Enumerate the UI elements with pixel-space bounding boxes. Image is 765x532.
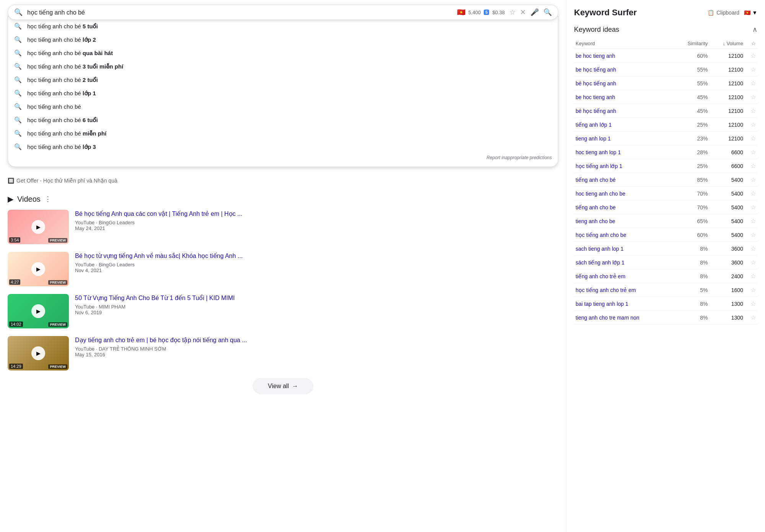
- video-title-2[interactable]: 50 Từ Vựng Tiếng Anh Cho Bé Từ 1 đến 5 T…: [75, 294, 235, 302]
- star-cell-12[interactable]: ☆: [745, 214, 757, 228]
- keyword-cell-1[interactable]: be học tiếng anh: [574, 63, 674, 77]
- star-cell-18[interactable]: ☆: [745, 297, 757, 311]
- ks-chevron: ▼: [752, 10, 757, 16]
- autocomplete-item-1[interactable]: 🔍 học tiếng anh cho bé lớp 2: [8, 33, 558, 46]
- keyword-cell-7[interactable]: hoc tieng anh lop 1: [574, 145, 674, 159]
- star-cell-9[interactable]: ☆: [745, 173, 757, 187]
- star-cell-2[interactable]: ☆: [745, 77, 757, 90]
- video-thumbnail-0[interactable]: ▶ 3:54 PREVIEW: [8, 210, 69, 244]
- star-cell-3[interactable]: ☆: [745, 90, 757, 104]
- keyword-surfer-header: Keyword Surfer 📋 Clipboard 🇻🇳 ▼: [574, 8, 757, 18]
- col-volume-header[interactable]: ↓ Volume: [710, 38, 745, 49]
- volume-cell-4: 12100: [710, 104, 745, 118]
- star-cell-17[interactable]: ☆: [745, 283, 757, 297]
- keyword-cell-9[interactable]: tiếng anh cho bé: [574, 173, 674, 187]
- view-all-label: View all: [268, 383, 289, 390]
- keyword-cell-15[interactable]: sách tiếng anh lớp 1: [574, 256, 674, 269]
- star-cell-7[interactable]: ☆: [745, 145, 757, 159]
- volume-cell-9: 5400: [710, 173, 745, 187]
- play-button-1[interactable]: ▶: [31, 262, 45, 276]
- ac-text-7: học tiếng anh cho bé 6 tuổi: [27, 117, 98, 124]
- play-button-3[interactable]: ▶: [31, 346, 45, 360]
- autocomplete-item-3[interactable]: 🔍 học tiếng anh cho bé 3 tuổi miễn phí: [8, 60, 558, 73]
- close-icon[interactable]: ✕: [520, 8, 526, 16]
- keyword-ideas-table: Keyword Similarity ↓ Volume ☆ be hoc tie…: [574, 38, 757, 325]
- mic-icon[interactable]: 🎤: [530, 8, 539, 16]
- autocomplete-item-8[interactable]: 🔍 học tiếng anh cho bé miễn phí: [8, 127, 558, 140]
- keyword-cell-4[interactable]: bé học tiếng anh: [574, 104, 674, 118]
- star-cell-14[interactable]: ☆: [745, 242, 757, 256]
- keyword-cell-12[interactable]: tieng anh cho be: [574, 214, 674, 228]
- star-cell-10[interactable]: ☆: [745, 187, 757, 201]
- star-cell-11[interactable]: ☆: [745, 201, 757, 214]
- star-cell-6[interactable]: ☆: [745, 132, 757, 145]
- ac-search-icon-7: 🔍: [14, 116, 22, 124]
- video-title-3[interactable]: Dạy tiếng anh cho trẻ em | bé học đọc tậ…: [75, 336, 247, 344]
- video-title-1[interactable]: Bé học từ vựng tiếng Anh về màu sắc| Khó…: [75, 252, 243, 260]
- search-input[interactable]: [27, 9, 453, 16]
- similarity-cell-3: 45%: [674, 90, 709, 104]
- search-icon-right[interactable]: 🔍: [543, 8, 552, 16]
- keyword-cell-5[interactable]: tiếng anh lớp 1: [574, 118, 674, 132]
- volume-cell-11: 5400: [710, 201, 745, 214]
- autocomplete-item-6[interactable]: 🔍 học tiếng anh cho bé: [8, 100, 558, 113]
- play-button-0[interactable]: ▶: [31, 220, 45, 234]
- keyword-cell-17[interactable]: học tiếng anh cho trẻ em: [574, 283, 674, 297]
- star-cell-8[interactable]: ☆: [745, 159, 757, 173]
- autocomplete-item-4[interactable]: 🔍 học tiếng anh cho bé 2 tuổi: [8, 73, 558, 86]
- volume-cell-18: 1300: [710, 297, 745, 311]
- star-cell-15[interactable]: ☆: [745, 256, 757, 269]
- autocomplete-item-2[interactable]: 🔍 học tiếng anh cho bé qua bài hát: [8, 46, 558, 60]
- autocomplete-item-0[interactable]: 🔍 học tiếng anh cho bé 5 tuổi: [8, 20, 558, 33]
- offer-icon: 🔲: [8, 178, 14, 184]
- keyword-cell-8[interactable]: học tiếng anh lớp 1: [574, 159, 674, 173]
- keyword-cell-18[interactable]: bai tap tieng anh lop 1: [574, 297, 674, 311]
- autocomplete-item-9[interactable]: 🔍 học tiếng anh cho bé lớp 3: [8, 140, 558, 153]
- clipboard-button[interactable]: 📋 Clipboard: [708, 10, 739, 16]
- keyword-cell-3[interactable]: be hoc tieng anh: [574, 90, 674, 104]
- keyword-cell-13[interactable]: học tiếng anh cho be: [574, 228, 674, 242]
- video-thumbnail-2[interactable]: ▶ 14:02 PREVIEW: [8, 294, 69, 328]
- star-cell-1[interactable]: ☆: [745, 63, 757, 77]
- ac-search-icon-8: 🔍: [14, 130, 22, 137]
- ac-text-0: học tiếng anh cho bé 5 tuổi: [27, 23, 98, 30]
- keyword-cell-6[interactable]: tieng anh lop 1: [574, 132, 674, 145]
- autocomplete-item-7[interactable]: 🔍 học tiếng anh cho bé 6 tuổi: [8, 113, 558, 127]
- star-cell-16[interactable]: ☆: [745, 269, 757, 283]
- star-cell-13[interactable]: ☆: [745, 228, 757, 242]
- star-cell-5[interactable]: ☆: [745, 118, 757, 132]
- keyword-row: học tiếng anh cho trẻ em 5% 1600 ☆: [574, 283, 757, 297]
- keyword-cell-10[interactable]: hoc tieng anh cho be: [574, 187, 674, 201]
- similarity-cell-11: 70%: [674, 201, 709, 214]
- star-cell-0[interactable]: ☆: [745, 49, 757, 63]
- video-source-3: YouTube · DAY TRẺ THÔNG MINH SỚM: [75, 346, 247, 352]
- country-selector[interactable]: 🇻🇳 ▼: [744, 10, 757, 16]
- videos-menu-icon[interactable]: ⋮: [44, 195, 51, 203]
- video-preview-badge-2: PREVIEW: [48, 322, 67, 327]
- video-date-2: Nov 6, 2019: [75, 310, 235, 315]
- keyword-cell-14[interactable]: sach tieng anh lop 1: [574, 242, 674, 256]
- keyword-cell-11[interactable]: tiếng anh cho be: [574, 201, 674, 214]
- video-duration-0: 3:54: [9, 237, 20, 243]
- star-cell-19[interactable]: ☆: [745, 311, 757, 325]
- keyword-cell-2[interactable]: bé học tiếng anh: [574, 77, 674, 90]
- keyword-row: hoc tieng anh lop 1 28% 6600 ☆: [574, 145, 757, 159]
- video-thumbnail-3[interactable]: ▶ 14:29 PREVIEW: [8, 336, 69, 370]
- ki-toggle-button[interactable]: ∧: [752, 25, 757, 34]
- keyword-cell-19[interactable]: tieng anh cho tre mam non: [574, 311, 674, 325]
- video-title-0[interactable]: Bé học tiếng Anh qua các con vật | Tiếng…: [75, 210, 242, 218]
- view-all-button[interactable]: View all →: [253, 378, 313, 394]
- autocomplete-item-5[interactable]: 🔍 học tiếng anh cho bé lớp 1: [8, 86, 558, 100]
- keyword-row: be học tiếng anh 55% 12100 ☆: [574, 63, 757, 77]
- report-link[interactable]: Report inappropriate predictions: [8, 153, 558, 163]
- videos-icon: ▶: [8, 194, 13, 204]
- star-icon[interactable]: ☆: [509, 8, 515, 16]
- video-thumbnail-1[interactable]: ▶ 4:27 PREVIEW: [8, 252, 69, 286]
- star-cell-4[interactable]: ☆: [745, 104, 757, 118]
- play-button-2[interactable]: ▶: [31, 304, 45, 318]
- similarity-cell-0: 60%: [674, 49, 709, 63]
- video-preview-badge-0: PREVIEW: [48, 238, 67, 243]
- video-item-1: ▶ 4:27 PREVIEW Bé học từ vựng tiếng Anh …: [8, 252, 558, 286]
- keyword-cell-0[interactable]: be hoc tieng anh: [574, 49, 674, 63]
- keyword-cell-16[interactable]: tiếng anh cho trẻ em: [574, 269, 674, 283]
